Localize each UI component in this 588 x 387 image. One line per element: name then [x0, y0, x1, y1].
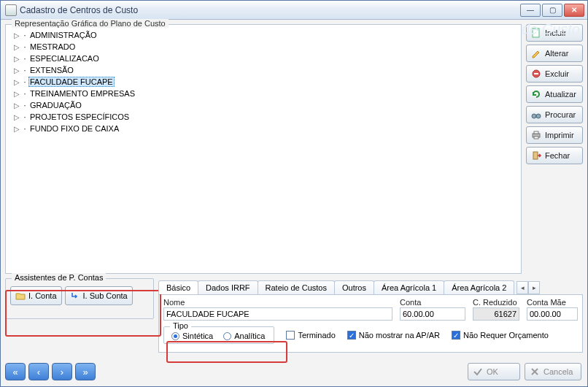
- ok-button[interactable]: OK: [468, 363, 520, 380]
- tree-node-label: ADMINISTRAÇÃO: [28, 31, 98, 39]
- tab-rateio[interactable]: Rateio de Custos: [258, 280, 335, 294]
- tab-agricola2[interactable]: Área Agrícola 2: [444, 280, 514, 294]
- button-label: I. Sub Conta: [83, 291, 128, 300]
- svg-rect-7: [533, 152, 538, 159]
- excluir-button[interactable]: Excluir: [526, 65, 583, 83]
- tab-dados-irrf[interactable]: Dados IRRF: [198, 280, 258, 294]
- tipo-legend: Tipo: [170, 321, 191, 330]
- maximize-button[interactable]: ▢: [542, 4, 562, 17]
- svg-point-3: [536, 114, 541, 118]
- creduzido-input: [473, 307, 519, 321]
- radio-label: Sintética: [182, 332, 213, 340]
- tree-node[interactable]: ▷·ESPECIALIZACAO: [9, 53, 519, 64]
- checkbox-label: Não Requer Orçamento: [463, 331, 549, 340]
- window-controls: — ▢ ✕: [520, 4, 587, 17]
- iconta-button[interactable]: I. Conta: [10, 286, 62, 305]
- tree-node-label: TREINAMENTO EMPRESAS: [28, 89, 136, 98]
- conta-mae-input[interactable]: [527, 307, 578, 321]
- assist-groupbox: Assistentes de P. Contas I. Conta I. Sub…: [5, 278, 154, 319]
- window-title: Cadastro de Centros de Custo: [20, 5, 138, 15]
- tree-node[interactable]: ▷·MESTRADO: [9, 41, 519, 53]
- delete-icon: [531, 69, 541, 79]
- expand-icon[interactable]: ▷: [13, 43, 20, 51]
- procurar-button[interactable]: Procurar: [526, 106, 583, 123]
- isubconta-button[interactable]: I. Sub Conta: [65, 286, 133, 305]
- titlebar: Cadastro de Centros de Custo — ▢ ✕: [1, 1, 587, 20]
- tree-node[interactable]: ▷·ADMINISTRAÇÃO: [9, 29, 519, 41]
- tabs: Básico Dados IRRF Rateio de Custos Outro…: [158, 278, 583, 353]
- folder-plus-icon: [15, 291, 26, 301]
- door-icon: [531, 150, 541, 161]
- radio-icon: [223, 332, 231, 340]
- fechar-button[interactable]: Fechar: [526, 147, 583, 164]
- tree-node-label: EXTENSÃO: [28, 66, 75, 74]
- radio-sintetica[interactable]: Sintética: [171, 332, 213, 340]
- expand-icon[interactable]: ▷: [13, 101, 20, 110]
- tab-agricola1[interactable]: Área Agrícola 1: [374, 280, 444, 294]
- button-label: Atualizar: [545, 90, 576, 99]
- tree-legend: Representação Gráfica do Plano de Custo: [12, 19, 169, 28]
- nav-prev-button[interactable]: ‹: [28, 363, 49, 380]
- tree-node[interactable]: ▷·EXTENSÃO: [9, 64, 519, 76]
- action-sidebar: Incluir Alterar Excluir Atualizar Procur…: [526, 24, 583, 274]
- tree-node-label: GRADUAÇÃO: [28, 101, 83, 110]
- button-label: Procurar: [545, 110, 576, 119]
- nav-first-button[interactable]: «: [5, 363, 26, 380]
- tree-node-selected[interactable]: ▷·FACULDADE FUCAPE: [9, 76, 519, 88]
- record-nav: « ‹ › »: [5, 363, 96, 380]
- button-label: Imprimir: [545, 131, 574, 139]
- button-label: Cancela: [543, 367, 573, 376]
- nav-next-button[interactable]: ›: [52, 363, 72, 380]
- check-icon: [473, 367, 483, 377]
- binoculars-icon: [531, 110, 541, 120]
- chk-terminado[interactable]: Terminado: [286, 331, 335, 340]
- assist-legend: Assistentes de P. Contas: [12, 273, 106, 282]
- checkbox-label: Não mostrar na AP/AR: [359, 331, 440, 340]
- tree-groupbox: Representação Gráfica do Plano de Custo …: [5, 24, 522, 274]
- tab-outros[interactable]: Outros: [334, 280, 374, 294]
- checkbox-label: Terminado: [298, 331, 335, 340]
- conta-input[interactable]: [400, 307, 465, 321]
- tree-scroll[interactable]: ▷·ADMINISTRAÇÃO ▷·MESTRADO ▷·ESPECIALIZA…: [9, 29, 519, 270]
- radio-analitica[interactable]: Analítica: [223, 332, 265, 340]
- creduzido-label: C. Reduzido: [473, 298, 519, 307]
- button-label: Alterar: [545, 49, 568, 58]
- expand-icon[interactable]: ▷: [13, 55, 20, 63]
- svg-rect-6: [534, 137, 538, 139]
- dialog-buttons: OK Cancela: [468, 363, 581, 380]
- nav-last-button[interactable]: »: [75, 363, 96, 380]
- tabstrip: Básico Dados IRRF Rateio de Custos Outro…: [158, 278, 583, 294]
- atualizar-button[interactable]: Atualizar: [526, 85, 583, 103]
- expand-icon[interactable]: ▷: [13, 125, 20, 133]
- minimize-button[interactable]: —: [520, 4, 541, 17]
- tree-node-label: FUNDO FIXO DE CAIXA: [28, 124, 120, 133]
- tree-node-label: ESPECIALIZACAO: [28, 54, 101, 63]
- close-button[interactable]: ✕: [564, 4, 584, 17]
- tab-scroll-left[interactable]: ◂: [517, 281, 528, 294]
- chk-nao-mostrar[interactable]: ✓Não mostrar na AP/AR: [347, 331, 440, 340]
- nome-input[interactable]: [163, 307, 392, 321]
- tab-scroll-right[interactable]: ▸: [528, 281, 540, 294]
- radio-icon: [171, 332, 179, 340]
- expand-icon[interactable]: ▷: [13, 113, 20, 121]
- imprimir-button[interactable]: Imprimir: [526, 126, 583, 144]
- tab-basico[interactable]: Básico: [158, 280, 198, 294]
- app-icon: [5, 4, 17, 16]
- chk-nao-orcamento[interactable]: ✓Não Requer Orçamento: [452, 331, 549, 340]
- expand-icon[interactable]: ▷: [13, 31, 20, 39]
- tree-node-label: PROJETOS ESPECÍFICOS: [28, 112, 131, 121]
- cancela-button[interactable]: Cancela: [525, 363, 581, 380]
- tree-node[interactable]: ▷·PROJETOS ESPECÍFICOS: [9, 111, 519, 123]
- conta-label: Conta: [400, 298, 465, 307]
- expand-icon[interactable]: ▷: [13, 78, 20, 86]
- tree-node[interactable]: ▷·FUNDO FIXO DE CAIXA: [9, 123, 519, 134]
- pencil-icon: [531, 48, 541, 58]
- tree-node[interactable]: ▷·TREINAMENTO EMPRESAS: [9, 88, 519, 99]
- x-icon: [530, 367, 540, 377]
- tree-node[interactable]: ▷·GRADUAÇÃO: [9, 99, 519, 111]
- expand-icon[interactable]: ▷: [13, 90, 20, 98]
- expand-icon[interactable]: ▷: [13, 66, 20, 74]
- alterar-button[interactable]: Alterar: [526, 45, 583, 62]
- nome-label: Nome: [163, 298, 392, 307]
- conta-mae-label: Conta Mãe: [527, 298, 578, 307]
